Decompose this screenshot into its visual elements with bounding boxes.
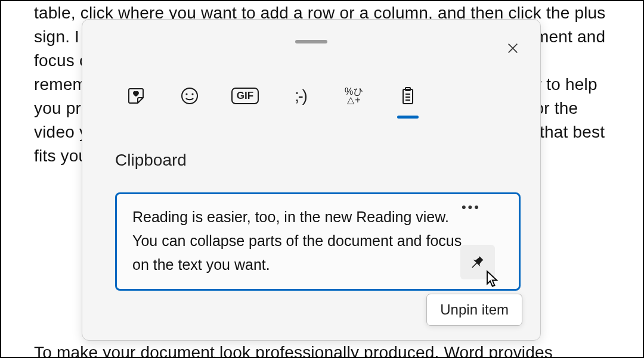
category-tabs: GIF ;-) %ひ △+ xyxy=(124,84,420,108)
clipboard-icon xyxy=(398,86,417,105)
svg-point-2 xyxy=(182,88,197,104)
ellipsis-icon: ••• xyxy=(462,200,481,214)
close-icon xyxy=(506,42,519,55)
tab-favorites[interactable] xyxy=(124,84,148,108)
tooltip-text: Unpin item xyxy=(440,301,509,317)
doc-paragraph-2: To make your document look professionall… xyxy=(34,341,610,358)
tab-gif[interactable]: GIF xyxy=(231,88,259,104)
tab-clipboard[interactable] xyxy=(396,84,420,108)
pin-icon xyxy=(470,254,485,270)
clipboard-item[interactable]: Reading is easier, too, in the new Readi… xyxy=(115,192,521,291)
smiley-icon xyxy=(180,86,199,105)
gif-label: GIF xyxy=(237,90,253,102)
sticker-heart-icon xyxy=(126,86,145,105)
tab-symbols[interactable]: %ひ △+ xyxy=(342,84,366,108)
svg-point-3 xyxy=(185,93,187,95)
pin-button[interactable] xyxy=(460,245,495,279)
emoji-clipboard-panel: GIF ;-) %ひ △+ Clipboard Reading is easie… xyxy=(82,19,541,341)
kaomoji-label: ;-) xyxy=(295,87,306,105)
section-title: Clipboard xyxy=(115,151,187,170)
symbols-icon: %ひ △+ xyxy=(345,88,364,104)
tab-kaomoji[interactable]: ;-) xyxy=(289,84,312,108)
svg-point-4 xyxy=(191,93,193,95)
drag-handle[interactable] xyxy=(295,40,327,43)
close-button[interactable] xyxy=(502,38,524,59)
tab-emoji[interactable] xyxy=(178,84,202,108)
item-more-button[interactable]: ••• xyxy=(462,200,481,215)
clipboard-item-text: Reading is easier, too, in the new Readi… xyxy=(132,208,462,273)
tooltip: Unpin item xyxy=(426,294,522,326)
